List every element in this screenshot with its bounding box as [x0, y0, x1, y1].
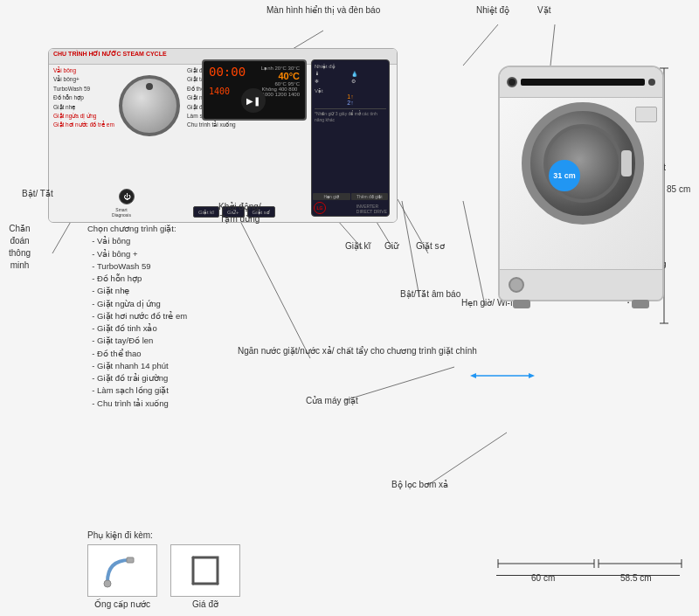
prog-do-hon-hop: Đồ hỗn hợp [53, 93, 114, 102]
accessories-section: Phụ kiện đi kèm: Ống cấp nước [87, 530, 240, 609]
stand-icon [186, 553, 225, 588]
filter-cap [509, 277, 524, 293]
current-temp: 40°C [261, 71, 300, 81]
cua-may-giat-label: Cửa máy giặt [306, 395, 358, 407]
inverter-label: INVERTERDIRECT DRIVE [356, 204, 387, 214]
svg-line-11 [345, 367, 454, 400]
svg-rect-30 [127, 557, 134, 563]
hose-icon [99, 551, 147, 591]
hose-accessory: Ống cấp nước [87, 544, 157, 609]
svg-marker-25 [529, 373, 535, 378]
vat-label: Vặt [537, 4, 550, 17]
control-panel: CHU TRÌNH HƠI NƯỚC STEAM CYCLE Vải bông … [48, 48, 398, 223]
play-pause-button[interactable]: ▶❚ [241, 88, 266, 113]
temp-options: Lạnh 20°C 30°C [261, 65, 300, 71]
giat-so-label: Giặt sơ [416, 240, 445, 253]
vat-value-2: 2↑ [315, 100, 386, 106]
right-foot [632, 300, 649, 308]
bat-tat-am-bao-label: Bật/Tắt âm báo [400, 288, 460, 301]
svg-point-29 [104, 580, 111, 587]
giat-ki-button[interactable]: Giặt kĩ [193, 206, 219, 218]
accessories-title: Phụ kiện đi kèm: [87, 530, 240, 540]
prog-vai-bong: Vải bông [53, 66, 114, 75]
nhiet-do-label: Nhiệt độ [315, 63, 386, 69]
hose-label: Ống cấp nước [87, 599, 157, 609]
prog-hoi-nuoc: Giặt hơi nước đồ trẻ em [53, 121, 114, 129]
settings-panel: Nhiệt độ 🌡💧 ❄⚙ Vặt 1↑ 2↑ *Nhấn giữ 3 giâ… [311, 59, 390, 217]
giat-ki-label: Giặt kĩ [345, 240, 370, 253]
prog-ngua-di-ung: Giặt ngừa dị ứng [53, 112, 114, 121]
khoi-dong-label: Khởi động/Tạm dừng [218, 201, 261, 225]
them-do-giat-btn[interactable]: Thêm đồ giặt [351, 193, 389, 200]
power-button[interactable]: ⏻ [119, 189, 135, 204]
display-speed: 1400 [209, 87, 230, 97]
bottom-dim-line [496, 575, 680, 576]
washer-diagram: 31 cm [489, 48, 682, 336]
height-dimension: 85 cm [667, 183, 690, 196]
prog-tai-xuong: Chu trình tải xuống [187, 121, 236, 129]
panel-header: CHU TRÌNH HƠI NƯỚC STEAM CYCLE [53, 51, 167, 57]
door-diameter-badge: 31 cm [549, 160, 580, 191]
chan-doan-label: Chắnđoánthôngminh [9, 223, 31, 272]
svg-marker-24 [470, 373, 476, 378]
vat-settings-label: Vặt [315, 87, 386, 93]
bat-tat-label: Bật/ Tắt [22, 188, 53, 200]
stand-accessory: Giá đỡ [170, 544, 240, 609]
ngan-nuoc-label: Ngăn nước giặt/nước xả/ chất tẩy cho chư… [238, 345, 477, 357]
svg-line-10 [463, 201, 485, 306]
temp-label: Nhiệt độ [476, 4, 509, 17]
prog-vai-bong-plus: Vải bông+ [53, 75, 114, 84]
display-label: Màn hình hiển thị và đèn báo [266, 4, 380, 17]
detergent-drawer [635, 107, 657, 122]
door-handle [621, 150, 632, 176]
main-container: Màn hình hiển thị và đèn báo Nhiệt độ Vặ… [0, 0, 699, 616]
prog-giat-nhe: Giặt nhẹ [53, 103, 114, 112]
giu-label: Giữ [384, 240, 398, 253]
vat-value: 1↑ [315, 93, 386, 100]
display-time: 00:00 [209, 65, 246, 87]
lg-logo: LG [314, 202, 326, 214]
washer-power-btn [507, 77, 517, 87]
svg-line-12 [428, 433, 507, 485]
prog-turbowash: TurboWash 59 [53, 85, 114, 93]
washer-display [521, 79, 645, 86]
stand-label: Giá đỡ [170, 599, 240, 609]
hen-gio-btn[interactable]: Hẹn giờ [313, 193, 350, 200]
panel-note: *Nhấn giữ 3 giây để mở các tính năng khá… [315, 111, 386, 122]
program-knob[interactable] [119, 75, 180, 136]
chon-chuong-trinh-label: Chọn chương trình giặt: - Vải bông - Vải… [87, 223, 187, 410]
washer-indicator [648, 79, 655, 86]
smart-diagnosis-label: Smart Diagnosis [108, 207, 135, 218]
left-foot [513, 300, 530, 308]
bo-loc-bom-xa-label: Bộ lọc bơm xả [391, 479, 448, 491]
speed-options-2: 1000 1200 1400 [262, 92, 300, 97]
